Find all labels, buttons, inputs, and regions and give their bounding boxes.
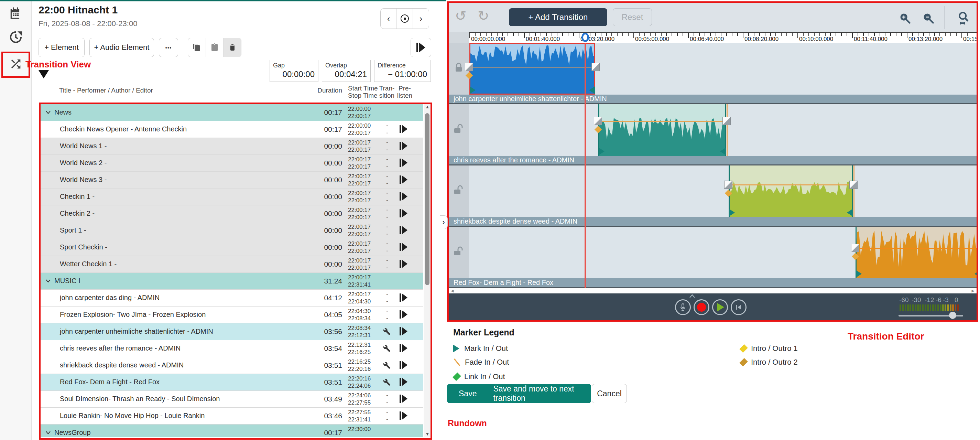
playhead-line[interactable] — [585, 43, 586, 288]
save-next-button[interactable]: Save and move to next transition — [493, 384, 591, 403]
table-row[interactable]: News00:1722:00:0022:00:17 — [41, 104, 423, 121]
table-scrollbar[interactable]: ▲ ▼ — [424, 104, 431, 437]
prelisten-button[interactable] — [399, 125, 407, 133]
prelisten-button[interactable] — [399, 142, 407, 150]
fade-line[interactable] — [598, 121, 726, 122]
audio-clip[interactable] — [729, 166, 853, 217]
transition-wrench-icon[interactable] — [383, 345, 391, 352]
skip-to-start-button[interactable] — [731, 299, 746, 315]
prelisten-button[interactable] — [399, 395, 407, 403]
fade-handle[interactable] — [724, 181, 732, 189]
table-row[interactable]: World News 2 -00:0022:00:1722:00:17-- — [41, 155, 423, 172]
sidebar-item-transition-view[interactable] — [9, 57, 23, 71]
undo-icon[interactable]: ↺ — [455, 8, 467, 24]
more-button[interactable]: ••• — [159, 38, 178, 57]
table-row[interactable]: shriekback despite dense weed - ADMIN03:… — [41, 357, 423, 374]
prelisten-button[interactable] — [399, 260, 407, 268]
mic-button[interactable] — [675, 299, 691, 315]
save-button[interactable]: Save — [459, 389, 477, 399]
sidebar-item-history[interactable] — [9, 30, 23, 44]
mark-in-marker[interactable] — [599, 148, 605, 155]
col-header-transition[interactable]: Tran-sition — [377, 84, 396, 99]
scroll-right-icon[interactable]: ▶ — [972, 289, 975, 293]
zoom-in-button[interactable] — [899, 12, 911, 26]
add-audio-element-button[interactable]: + Audio Element — [89, 38, 154, 57]
table-row[interactable]: World News 3 -00:0022:00:1722:00:17-- — [41, 172, 423, 188]
audio-clip[interactable] — [856, 227, 977, 278]
copy-button[interactable] — [188, 38, 206, 57]
playout-button[interactable] — [410, 38, 431, 57]
mark-out-marker[interactable] — [975, 270, 977, 277]
mark-in-marker[interactable] — [856, 270, 862, 277]
prelisten-button[interactable] — [399, 378, 407, 386]
timeline-ruler[interactable]: 00:00:00.00000:01:40.00000:03:20.00000:0… — [469, 32, 977, 43]
prelisten-button[interactable] — [399, 159, 407, 167]
table-row[interactable]: Louie Rankin- No Move Hip Hop - Louie Ra… — [41, 408, 423, 424]
prelisten-button[interactable] — [399, 411, 407, 420]
prelisten-button[interactable] — [399, 175, 407, 184]
lock-icon[interactable] — [453, 62, 464, 73]
scroll-down-icon[interactable]: ▼ — [424, 431, 431, 437]
mark-out-marker[interactable] — [720, 148, 726, 155]
audio-clip[interactable] — [469, 43, 595, 95]
prelisten-button[interactable] — [399, 361, 407, 369]
fade-line[interactable] — [729, 184, 853, 185]
prelisten-button[interactable] — [399, 293, 407, 302]
table-row[interactable]: john carpenter das ding - ADMIN04:1222:0… — [41, 290, 423, 306]
table-row[interactable]: chris reeves after the romance - ADMIN03… — [41, 340, 423, 357]
collapse-panel-button[interactable]: › — [440, 215, 448, 229]
table-row[interactable]: Wetter Checkin 1 -00:0022:00:1722:00:17-… — [41, 256, 423, 273]
fade-handle[interactable] — [592, 63, 600, 71]
record-button[interactable] — [694, 299, 710, 315]
chevron-down-icon[interactable] — [45, 110, 51, 115]
play-button[interactable] — [712, 299, 728, 315]
table-row[interactable]: john carpenter unheimliche shattenlichte… — [41, 324, 423, 340]
prelisten-button[interactable] — [399, 344, 407, 352]
zoom-fit-button[interactable] — [957, 11, 970, 27]
redo-icon[interactable]: ↻ — [477, 8, 489, 24]
prelisten-button[interactable] — [399, 243, 407, 251]
add-element-button[interactable]: + Element — [38, 38, 84, 57]
fade-handle[interactable] — [594, 117, 602, 125]
scroll-left-icon[interactable]: ◀ — [451, 289, 453, 293]
table-row[interactable]: Sport 1 -00:0022:00:1722:00:17-- — [41, 222, 423, 239]
mark-out-marker[interactable] — [847, 209, 853, 217]
chevron-down-icon[interactable] — [45, 431, 51, 435]
next-hour-button[interactable]: › — [413, 9, 429, 29]
scrollbar-thumb[interactable] — [425, 113, 430, 285]
table-row[interactable]: Checkin News Opener - Antenne Checkin00:… — [41, 121, 423, 138]
mark-out-marker[interactable] — [589, 86, 595, 94]
unlock-icon[interactable] — [453, 246, 465, 256]
playhead-handle[interactable] — [581, 33, 589, 42]
prelisten-button[interactable] — [399, 310, 407, 319]
zoom-out-button[interactable] — [922, 12, 935, 26]
prev-hour-button[interactable]: ‹ — [381, 9, 397, 29]
unlock-icon[interactable] — [453, 185, 465, 195]
delete-button[interactable] — [224, 38, 241, 57]
table-row[interactable]: Checkin 1 -00:0022:00:1722:00:17-- — [41, 188, 423, 206]
transition-wrench-icon[interactable] — [383, 362, 391, 369]
table-row[interactable]: Checkin 2 -00:0022:00:1722:00:17-- — [41, 206, 423, 222]
prelisten-button[interactable] — [399, 327, 407, 335]
paste-button[interactable] — [206, 38, 224, 57]
transition-wrench-icon[interactable] — [383, 328, 391, 335]
unlock-icon[interactable] — [453, 123, 465, 134]
overlap-field[interactable]: Overlap 00:04:21 — [322, 60, 371, 82]
table-row[interactable]: NewsGroup00:1722:30:00 — [41, 424, 423, 437]
gap-field[interactable]: Gap 00:00:00 — [270, 60, 318, 82]
difference-field[interactable]: Difference − 01:00:00 — [374, 60, 431, 82]
chevron-down-icon[interactable] — [45, 279, 51, 283]
fade-line[interactable] — [856, 248, 977, 249]
col-header-title[interactable]: Title - Performer / Author / Editor — [59, 87, 153, 94]
cancel-button[interactable]: Cancel — [592, 384, 627, 403]
table-row[interactable]: Frozen Explosion- Two JIma - Frozen Expl… — [41, 306, 423, 324]
col-header-duration[interactable]: Duration — [302, 87, 342, 94]
current-hour-button[interactable] — [397, 9, 413, 29]
scroll-up-icon[interactable]: ▲ — [424, 104, 431, 109]
reset-button[interactable]: Reset — [613, 8, 652, 26]
volume-knob[interactable] — [949, 312, 956, 319]
fade-handle[interactable] — [722, 117, 731, 125]
col-header-times[interactable]: Start TimeStop Time — [348, 84, 378, 99]
mark-in-marker[interactable] — [470, 86, 476, 94]
table-row[interactable]: MUSIC I31:2422:00:1722:31:41 — [41, 273, 423, 290]
